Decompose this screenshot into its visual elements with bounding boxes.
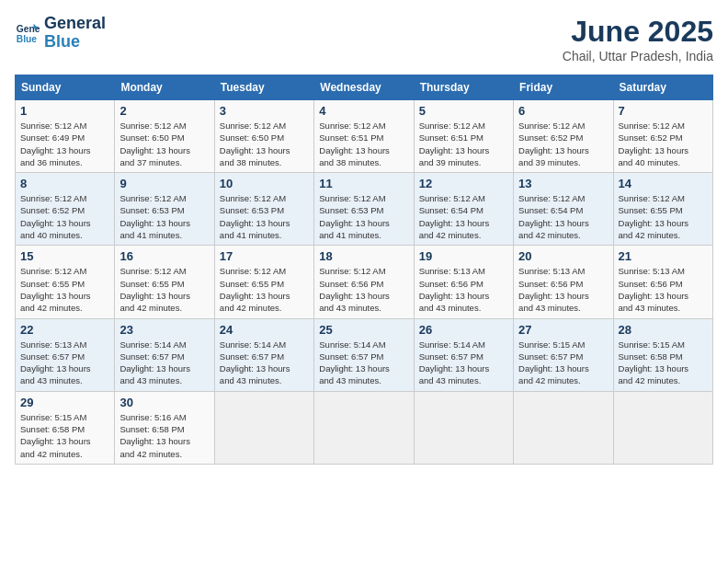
day-info: Sunrise: 5:14 AM Sunset: 6:57 PM Dayligh… — [119, 339, 209, 387]
table-row — [214, 391, 313, 464]
table-row: 13Sunrise: 5:12 AM Sunset: 6:54 PM Dayli… — [514, 173, 613, 246]
day-info: Sunrise: 5:12 AM Sunset: 6:55 PM Dayligh… — [619, 192, 708, 241]
col-monday: Monday — [115, 75, 214, 100]
col-saturday: Saturday — [613, 75, 712, 100]
col-tuesday: Tuesday — [214, 75, 313, 100]
table-row: 7Sunrise: 5:12 AM Sunset: 6:52 PM Daylig… — [613, 100, 712, 173]
col-thursday: Thursday — [414, 75, 513, 100]
table-row: 18Sunrise: 5:12 AM Sunset: 6:56 PM Dayli… — [314, 246, 414, 318]
calendar-row: 29Sunrise: 5:15 AM Sunset: 6:58 PM Dayli… — [16, 391, 713, 464]
day-info: Sunrise: 5:12 AM Sunset: 6:56 PM Dayligh… — [319, 265, 408, 314]
table-row: 28Sunrise: 5:15 AM Sunset: 6:58 PM Dayli… — [613, 318, 712, 391]
col-friday: Friday — [514, 75, 613, 100]
day-info: Sunrise: 5:12 AM Sunset: 6:55 PM Dayligh… — [220, 265, 309, 314]
table-row: 21Sunrise: 5:13 AM Sunset: 6:56 PM Dayli… — [613, 246, 712, 318]
day-number: 23 — [119, 323, 209, 337]
page-header: General Blue General Blue June 2025 Chai… — [15, 15, 713, 63]
table-row — [613, 391, 712, 464]
day-number: 19 — [419, 249, 508, 263]
calendar-row: 8Sunrise: 5:12 AM Sunset: 6:52 PM Daylig… — [16, 173, 713, 246]
table-row: 12Sunrise: 5:12 AM Sunset: 6:54 PM Dayli… — [414, 173, 513, 246]
day-info: Sunrise: 5:14 AM Sunset: 6:57 PM Dayligh… — [220, 339, 309, 387]
day-info: Sunrise: 5:15 AM Sunset: 6:57 PM Dayligh… — [518, 339, 608, 387]
table-row: 23Sunrise: 5:14 AM Sunset: 6:57 PM Dayli… — [115, 318, 214, 391]
day-info: Sunrise: 5:15 AM Sunset: 6:58 PM Dayligh… — [20, 411, 109, 460]
calendar-row: 22Sunrise: 5:13 AM Sunset: 6:57 PM Dayli… — [16, 318, 713, 391]
day-number: 10 — [220, 177, 309, 190]
day-info: Sunrise: 5:12 AM Sunset: 6:54 PM Dayligh… — [518, 192, 608, 241]
day-number: 7 — [619, 104, 708, 118]
day-number: 26 — [419, 323, 508, 337]
day-number: 13 — [518, 177, 608, 190]
table-row: 14Sunrise: 5:12 AM Sunset: 6:55 PM Dayli… — [613, 173, 712, 246]
logo-icon: General Blue — [15, 20, 40, 46]
table-row: 15Sunrise: 5:12 AM Sunset: 6:55 PM Dayli… — [16, 246, 115, 318]
table-row: 3Sunrise: 5:12 AM Sunset: 6:50 PM Daylig… — [214, 100, 313, 173]
location-subtitle: Chail, Uttar Pradesh, India — [563, 49, 713, 63]
day-info: Sunrise: 5:12 AM Sunset: 6:55 PM Dayligh… — [119, 265, 209, 314]
table-row — [314, 391, 414, 464]
day-number: 22 — [20, 323, 109, 337]
day-number: 9 — [119, 177, 209, 190]
day-info: Sunrise: 5:13 AM Sunset: 6:56 PM Dayligh… — [518, 265, 608, 314]
calendar-table: Sunday Monday Tuesday Wednesday Thursday… — [15, 75, 713, 465]
day-info: Sunrise: 5:14 AM Sunset: 6:57 PM Dayligh… — [419, 339, 508, 387]
table-row: 4Sunrise: 5:12 AM Sunset: 6:51 PM Daylig… — [314, 100, 414, 173]
day-info: Sunrise: 5:12 AM Sunset: 6:53 PM Dayligh… — [319, 192, 408, 241]
table-row: 8Sunrise: 5:12 AM Sunset: 6:52 PM Daylig… — [16, 173, 115, 246]
day-number: 28 — [619, 323, 708, 337]
day-info: Sunrise: 5:13 AM Sunset: 6:56 PM Dayligh… — [419, 265, 508, 314]
table-row: 5Sunrise: 5:12 AM Sunset: 6:51 PM Daylig… — [414, 100, 513, 173]
day-number: 18 — [319, 249, 408, 263]
day-number: 25 — [319, 323, 408, 337]
table-row: 26Sunrise: 5:14 AM Sunset: 6:57 PM Dayli… — [414, 318, 513, 391]
col-wednesday: Wednesday — [314, 75, 414, 100]
calendar-row: 1Sunrise: 5:12 AM Sunset: 6:49 PM Daylig… — [16, 100, 713, 173]
table-row: 9Sunrise: 5:12 AM Sunset: 6:53 PM Daylig… — [115, 173, 214, 246]
day-info: Sunrise: 5:12 AM Sunset: 6:54 PM Dayligh… — [419, 192, 508, 241]
day-info: Sunrise: 5:12 AM Sunset: 6:50 PM Dayligh… — [220, 120, 309, 168]
day-info: Sunrise: 5:14 AM Sunset: 6:57 PM Dayligh… — [319, 339, 408, 387]
day-info: Sunrise: 5:12 AM Sunset: 6:55 PM Dayligh… — [20, 265, 109, 314]
day-info: Sunrise: 5:12 AM Sunset: 6:53 PM Dayligh… — [220, 192, 309, 241]
table-row: 17Sunrise: 5:12 AM Sunset: 6:55 PM Dayli… — [214, 246, 313, 318]
day-number: 30 — [119, 396, 209, 409]
col-sunday: Sunday — [16, 75, 115, 100]
header-row: Sunday Monday Tuesday Wednesday Thursday… — [16, 75, 713, 100]
table-row: 6Sunrise: 5:12 AM Sunset: 6:52 PM Daylig… — [514, 100, 613, 173]
table-row: 29Sunrise: 5:15 AM Sunset: 6:58 PM Dayli… — [16, 391, 115, 464]
title-block: June 2025 Chail, Uttar Pradesh, India — [563, 15, 713, 63]
day-info: Sunrise: 5:15 AM Sunset: 6:58 PM Dayligh… — [619, 339, 708, 387]
day-number: 8 — [20, 177, 109, 190]
logo-text: General Blue — [44, 15, 106, 52]
table-row: 25Sunrise: 5:14 AM Sunset: 6:57 PM Dayli… — [314, 318, 414, 391]
day-info: Sunrise: 5:12 AM Sunset: 6:49 PM Dayligh… — [20, 120, 109, 168]
table-row: 30Sunrise: 5:16 AM Sunset: 6:58 PM Dayli… — [115, 391, 214, 464]
day-number: 11 — [319, 177, 408, 190]
table-row: 24Sunrise: 5:14 AM Sunset: 6:57 PM Dayli… — [214, 318, 313, 391]
table-row: 2Sunrise: 5:12 AM Sunset: 6:50 PM Daylig… — [115, 100, 214, 173]
day-number: 14 — [619, 177, 708, 190]
day-info: Sunrise: 5:13 AM Sunset: 6:56 PM Dayligh… — [619, 265, 708, 314]
day-info: Sunrise: 5:12 AM Sunset: 6:51 PM Dayligh… — [319, 120, 408, 168]
day-number: 3 — [220, 104, 309, 118]
table-row: 27Sunrise: 5:15 AM Sunset: 6:57 PM Dayli… — [514, 318, 613, 391]
logo: General Blue General Blue — [15, 15, 106, 52]
table-row: 20Sunrise: 5:13 AM Sunset: 6:56 PM Dayli… — [514, 246, 613, 318]
day-number: 21 — [619, 249, 708, 263]
day-info: Sunrise: 5:12 AM Sunset: 6:51 PM Dayligh… — [419, 120, 508, 168]
table-row — [514, 391, 613, 464]
svg-text:General: General — [17, 24, 40, 34]
day-info: Sunrise: 5:12 AM Sunset: 6:52 PM Dayligh… — [20, 192, 109, 241]
day-info: Sunrise: 5:12 AM Sunset: 6:52 PM Dayligh… — [518, 120, 608, 168]
day-number: 12 — [419, 177, 508, 190]
day-number: 29 — [20, 396, 109, 409]
table-row: 22Sunrise: 5:13 AM Sunset: 6:57 PM Dayli… — [16, 318, 115, 391]
day-number: 27 — [518, 323, 608, 337]
calendar-row: 15Sunrise: 5:12 AM Sunset: 6:55 PM Dayli… — [16, 246, 713, 318]
table-row: 19Sunrise: 5:13 AM Sunset: 6:56 PM Dayli… — [414, 246, 513, 318]
day-number: 24 — [220, 323, 309, 337]
day-number: 6 — [518, 104, 608, 118]
day-number: 20 — [518, 249, 608, 263]
table-row: 11Sunrise: 5:12 AM Sunset: 6:53 PM Dayli… — [314, 173, 414, 246]
